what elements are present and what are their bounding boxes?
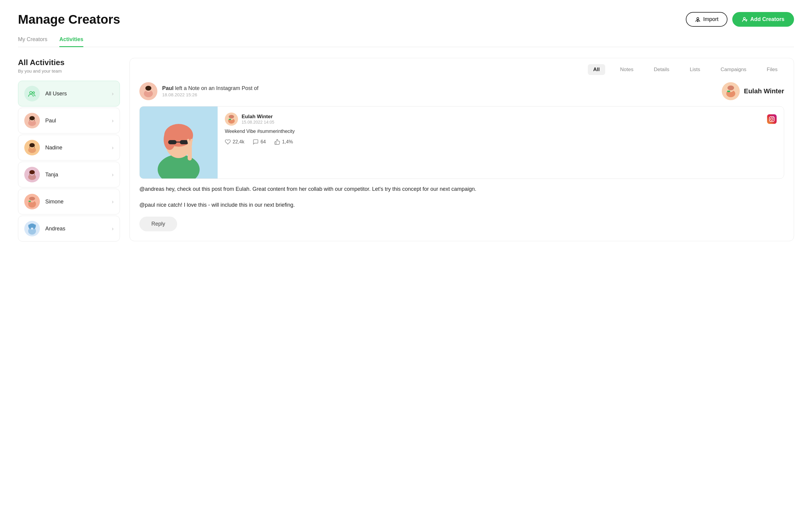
thumbs-up-icon bbox=[274, 139, 280, 145]
target-name: Eulah Winter bbox=[744, 87, 784, 95]
svg-rect-25 bbox=[28, 201, 31, 202]
svg-rect-56 bbox=[229, 119, 231, 120]
header-actions: Import Add Creators bbox=[686, 12, 794, 27]
activity-card: Paul left a Note on an Instagram Post of… bbox=[130, 82, 794, 241]
page-title: Manage Creators bbox=[18, 12, 120, 27]
svg-rect-48 bbox=[176, 142, 180, 142]
filter-notes[interactable]: Notes bbox=[615, 64, 639, 75]
post-user-avatar bbox=[225, 112, 238, 126]
filter-bar: All Notes Details Lists Campaigns Files bbox=[130, 58, 794, 75]
post-user-row: Eulah Winter 15.08.2022 14:05 bbox=[225, 112, 777, 126]
left-panel-title: All Activities bbox=[18, 58, 120, 67]
user-item-paul[interactable]: Paul › bbox=[18, 108, 120, 134]
svg-point-4 bbox=[30, 91, 32, 94]
svg-rect-49 bbox=[187, 145, 192, 161]
stat-likes: 22,4k bbox=[225, 139, 244, 145]
chevron-right-icon: › bbox=[112, 172, 114, 178]
svg-rect-46 bbox=[168, 140, 177, 144]
post-stats: 22,4k 64 bbox=[225, 139, 777, 145]
add-creators-button[interactable]: Add Creators bbox=[732, 12, 794, 27]
page-header: Manage Creators Import Add Creators bbox=[18, 12, 794, 27]
note-text-2: @paul nice catch! I love this - will inc… bbox=[139, 201, 784, 210]
all-users-icon bbox=[24, 86, 40, 101]
svg-point-24 bbox=[29, 197, 35, 200]
svg-point-1 bbox=[743, 18, 746, 20]
filter-details[interactable]: Details bbox=[648, 64, 675, 75]
add-user-icon bbox=[742, 17, 748, 23]
activity-timestamp: 18.08.2022 15:26 bbox=[162, 92, 717, 97]
chevron-right-icon: › bbox=[112, 117, 114, 124]
chevron-right-icon: › bbox=[112, 199, 114, 205]
group-icon bbox=[28, 89, 36, 98]
avatar-simone bbox=[24, 194, 40, 210]
svg-point-20 bbox=[29, 170, 35, 174]
user-list: All Users › Paul › bbox=[18, 81, 120, 242]
post-user-time: 15.08.2022 14:05 bbox=[241, 120, 274, 125]
avatar-paul bbox=[24, 113, 40, 128]
svg-rect-47 bbox=[180, 140, 188, 144]
actor-name: Paul bbox=[162, 85, 174, 91]
andreas-label: Andreas bbox=[45, 226, 112, 232]
chevron-right-icon: › bbox=[112, 226, 114, 232]
note-text-1: @andreas hey, check out this post from E… bbox=[139, 185, 784, 193]
import-icon bbox=[695, 17, 701, 23]
svg-rect-57 bbox=[767, 114, 777, 124]
avatar-andreas bbox=[24, 221, 40, 237]
all-users-label: All Users bbox=[45, 90, 112, 97]
svg-point-60 bbox=[773, 117, 774, 117]
svg-rect-40 bbox=[727, 90, 730, 92]
svg-point-55 bbox=[229, 115, 234, 118]
filter-all[interactable]: All bbox=[588, 64, 605, 75]
tanja-label: Tanja bbox=[45, 172, 112, 178]
svg-point-45 bbox=[164, 129, 176, 150]
left-panel-subtitle: By you and your team bbox=[18, 69, 120, 74]
target-avatar bbox=[722, 82, 740, 100]
user-item-nadine[interactable]: Nadine › bbox=[18, 135, 120, 161]
post-user-name: Eulah Winter bbox=[241, 114, 274, 120]
comment-icon bbox=[253, 139, 259, 145]
filter-lists[interactable]: Lists bbox=[684, 64, 705, 75]
activity-info: Paul left a Note on an Instagram Post of… bbox=[162, 85, 717, 97]
post-card: Eulah Winter 15.08.2022 14:05 bbox=[139, 106, 784, 179]
tab-my-creators[interactable]: My Creators bbox=[18, 36, 47, 47]
svg-point-0 bbox=[697, 18, 699, 20]
avatar-tanja bbox=[24, 167, 40, 183]
tab-bar: My Creators Activities bbox=[18, 36, 794, 47]
action-text: left a Note on an Instagram Post of bbox=[175, 85, 258, 91]
svg-point-35 bbox=[145, 86, 151, 90]
post-caption: Weekend Vibe #summerinthecity bbox=[225, 129, 777, 134]
tab-activities[interactable]: Activities bbox=[59, 36, 83, 47]
post-content: Eulah Winter 15.08.2022 14:05 bbox=[218, 107, 784, 179]
post-image bbox=[140, 107, 218, 179]
filter-campaigns[interactable]: Campaigns bbox=[715, 64, 752, 75]
import-button[interactable]: Import bbox=[686, 12, 727, 27]
stat-comments: 64 bbox=[253, 139, 266, 145]
svg-point-5 bbox=[33, 92, 34, 93]
user-item-all-users[interactable]: All Users › bbox=[18, 81, 120, 107]
svg-point-10 bbox=[29, 116, 35, 120]
user-item-andreas[interactable]: Andreas › bbox=[18, 216, 120, 242]
chevron-right-icon: › bbox=[112, 90, 114, 97]
right-panel: All Notes Details Lists Campaigns Files bbox=[129, 58, 794, 241]
stat-engagement: 1,4% bbox=[274, 139, 293, 145]
user-item-simone[interactable]: Simone › bbox=[18, 189, 120, 215]
svg-point-39 bbox=[727, 85, 734, 90]
nadine-label: Nadine bbox=[45, 145, 112, 151]
paul-label: Paul bbox=[45, 117, 112, 124]
heart-icon bbox=[225, 139, 231, 145]
content-area: All Activities By you and your team All … bbox=[18, 58, 794, 242]
reply-button[interactable]: Reply bbox=[139, 217, 177, 231]
chevron-right-icon: › bbox=[112, 145, 114, 151]
simone-label: Simone bbox=[45, 199, 112, 205]
user-item-tanja[interactable]: Tanja › bbox=[18, 162, 120, 188]
filter-files[interactable]: Files bbox=[761, 64, 783, 75]
activity-target: Eulah Winter bbox=[722, 82, 784, 100]
activity-header: Paul left a Note on an Instagram Post of… bbox=[139, 82, 784, 100]
svg-point-15 bbox=[29, 143, 35, 147]
instagram-icon bbox=[767, 114, 777, 124]
avatar-nadine bbox=[24, 140, 40, 156]
actor-avatar bbox=[139, 82, 157, 100]
left-panel: All Activities By you and your team All … bbox=[18, 58, 120, 242]
